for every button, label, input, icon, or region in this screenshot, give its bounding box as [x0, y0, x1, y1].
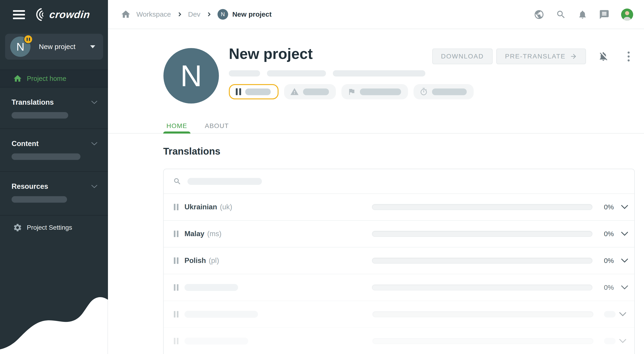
translation-progress-bar: [372, 231, 592, 237]
home-icon: [13, 74, 22, 83]
search-icon: [173, 177, 182, 186]
tab-home[interactable]: HOME: [163, 118, 190, 133]
chevron-down-icon: [91, 184, 98, 189]
notifications-off-icon[interactable]: [598, 51, 609, 62]
language-code: (uk): [220, 203, 232, 211]
language-name-skeleton: [184, 311, 258, 318]
chevron-down-icon[interactable]: [621, 232, 628, 236]
skeleton-pill: [12, 196, 67, 203]
skeleton-pill: [245, 88, 271, 95]
translation-progress-bar: [372, 285, 592, 291]
project-avatar: N: [10, 36, 30, 57]
sidebar-wave-decoration: [0, 294, 108, 354]
project-avatar-large: N: [164, 48, 219, 103]
crowdin-project-page: Workspace Dev N New project: [0, 0, 644, 354]
language-row[interactable]: 0%: [164, 274, 634, 301]
language-row[interactable]: [164, 328, 634, 354]
more-options-kebab-icon[interactable]: [626, 50, 631, 63]
download-button-label: DOWNLOAD: [441, 53, 484, 60]
language-list: Ukrainian (uk) 0% Malay (ms) 0% Polish (…: [164, 193, 634, 354]
sidebar: crowdin N New project Project home Trans…: [0, 0, 108, 354]
sidebar-item-label: Project home: [27, 75, 66, 82]
breadcrumb: Workspace Dev N New project: [121, 9, 272, 20]
home-icon[interactable]: [121, 9, 131, 19]
language-name-wrap: Ukrainian (uk): [184, 203, 372, 211]
sidebar-section-translations: Translations: [0, 87, 108, 128]
pre-translate-button[interactable]: PRE-TRANSLATE: [496, 48, 586, 64]
project-switcher[interactable]: N New project: [5, 34, 103, 60]
status-chip-paused[interactable]: [229, 84, 278, 99]
translations-card: Ukrainian (uk) 0% Malay (ms) 0% Polish (…: [163, 169, 635, 354]
language-progress-skeleton: [604, 311, 616, 318]
language-progress-skeleton: [604, 338, 616, 344]
sidebar-section-resources: Resources: [0, 171, 108, 215]
search-icon[interactable]: [556, 9, 566, 20]
language-name: Polish: [184, 257, 206, 265]
breadcrumb-workspace[interactable]: Workspace: [136, 10, 171, 18]
chat-icon[interactable]: [599, 9, 610, 20]
project-initial: N: [16, 40, 24, 53]
sidebar-item-label: Project Settings: [27, 224, 72, 231]
language-code: (ms): [207, 230, 222, 238]
warning-icon: [290, 87, 299, 96]
language-row[interactable]: [164, 301, 634, 328]
status-chip-timing[interactable]: [414, 84, 474, 99]
translation-progress-bar: [372, 258, 592, 264]
chevron-down-icon[interactable]: [621, 205, 628, 209]
skeleton-pill: [267, 70, 326, 76]
chevron-right-icon: [176, 11, 182, 17]
sidebar-header: crowdin: [0, 0, 108, 29]
search-skeleton-pill: [188, 178, 262, 185]
status-chip-warnings[interactable]: [284, 84, 336, 99]
tab-bar: HOME ABOUT: [108, 119, 644, 134]
sidebar-section-header[interactable]: Content: [0, 129, 108, 148]
sidebar-item-project-settings[interactable]: Project Settings: [0, 215, 108, 240]
language-row[interactable]: Polish (pl) 0%: [164, 247, 634, 274]
language-row[interactable]: Ukrainian (uk) 0%: [164, 193, 634, 220]
bell-icon[interactable]: [578, 10, 587, 19]
language-progress-percent: 0%: [600, 284, 618, 291]
user-avatar[interactable]: [621, 8, 633, 20]
language-name-wrap: [184, 284, 372, 291]
chevron-down-icon: [91, 142, 98, 146]
chevron-down-icon[interactable]: [621, 258, 628, 263]
topbar-actions: [534, 0, 633, 29]
hamburger-menu-icon[interactable]: [13, 10, 25, 19]
download-button[interactable]: DOWNLOAD: [432, 48, 492, 64]
chevron-down-icon[interactable]: [619, 339, 627, 343]
language-row[interactable]: Malay (ms) 0%: [164, 220, 634, 247]
tab-about[interactable]: ABOUT: [202, 118, 231, 133]
breadcrumb-project[interactable]: N New project: [218, 9, 272, 20]
breadcrumb-current: New project: [232, 10, 272, 18]
language-name-wrap: Malay (ms): [184, 230, 372, 238]
breadcrumb-group[interactable]: Dev: [188, 10, 200, 18]
crowdin-logo-icon: [32, 8, 47, 21]
globe-icon[interactable]: [534, 9, 544, 20]
sidebar-item-project-home[interactable]: Project home: [0, 69, 108, 87]
gear-icon: [13, 223, 22, 232]
sidebar-section-header[interactable]: Resources: [0, 172, 108, 191]
pre-translate-button-label: PRE-TRANSLATE: [505, 53, 566, 60]
language-progress-percent: 0%: [600, 257, 618, 265]
skeleton-pill: [432, 88, 467, 95]
language-code: (pl): [209, 257, 219, 265]
language-name-wrap: Polish (pl): [184, 257, 372, 265]
chevron-down-icon[interactable]: [619, 312, 627, 317]
section-label: Content: [12, 140, 38, 148]
language-search[interactable]: [164, 169, 634, 193]
status-chip-flagged[interactable]: [342, 84, 408, 99]
header-actions: DOWNLOAD PRE-TRANSLATE: [432, 48, 631, 64]
skeleton-pill: [360, 88, 401, 95]
chevron-down-icon[interactable]: [621, 285, 628, 290]
skeleton-pill: [333, 70, 425, 76]
content-left-rule: [108, 300, 108, 354]
translation-progress-bar: [372, 338, 594, 344]
language-progress-percent: 0%: [600, 230, 618, 238]
translation-progress-bar: [372, 311, 594, 317]
sidebar-section-header[interactable]: Translations: [0, 88, 108, 106]
chevron-right-icon: [206, 11, 212, 17]
crowdin-logo[interactable]: crowdin: [32, 8, 90, 21]
skeleton-pill: [229, 70, 260, 76]
paused-badge-icon: [24, 35, 33, 44]
title-skeleton-row: [229, 70, 425, 76]
